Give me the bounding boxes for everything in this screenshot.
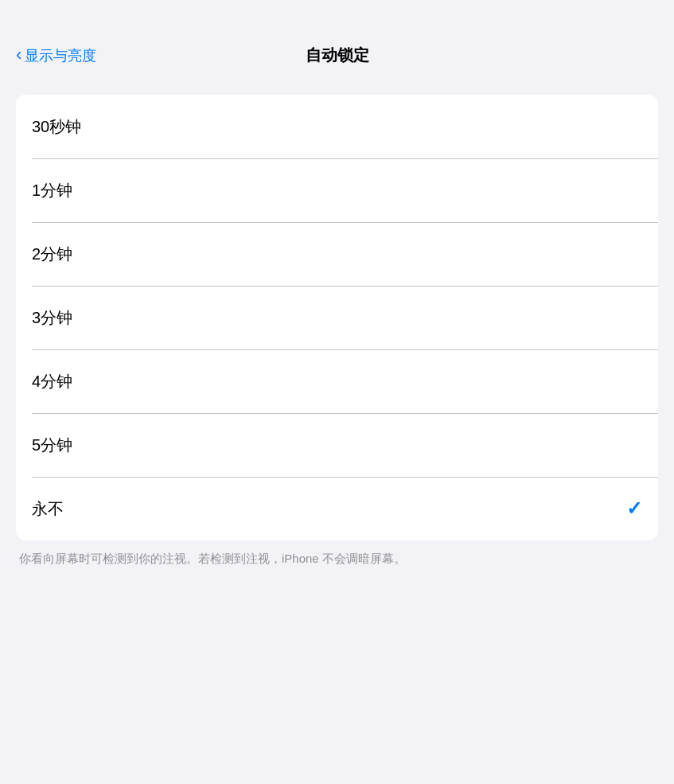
list-item-label: 3分钟: [32, 307, 72, 329]
checkmark-icon: ✓: [626, 497, 642, 520]
list-item[interactable]: 2分钟: [16, 222, 658, 286]
list-item[interactable]: 3分钟: [16, 286, 658, 349]
list-item[interactable]: 30秒钟: [16, 95, 658, 158]
list-item-label: 1分钟: [32, 180, 72, 201]
list-item-label: 4分钟: [32, 371, 72, 392]
chevron-left-icon: ‹: [16, 46, 21, 64]
footer-note: 你看向屏幕时可检测到你的注视。若检测到注视，iPhone 不会调暗屏幕。: [19, 550, 655, 568]
list-item[interactable]: 5分钟: [16, 413, 658, 477]
back-label: 显示与亮度: [25, 46, 96, 65]
header: ‹ 显示与亮度 自动锁定: [0, 0, 674, 82]
auto-lock-list: 30秒钟1分钟2分钟3分钟4分钟5分钟永不✓: [16, 95, 658, 540]
page-title: 自动锁定: [306, 45, 369, 66]
list-item[interactable]: 永不✓: [16, 477, 658, 540]
list-item[interactable]: 4分钟: [16, 349, 658, 413]
back-button[interactable]: ‹ 显示与亮度: [16, 46, 96, 65]
list-item-label: 5分钟: [32, 435, 72, 456]
list-item-label: 永不: [32, 498, 64, 520]
list-item[interactable]: 1分钟: [16, 158, 658, 222]
list-item-label: 30秒钟: [32, 116, 81, 138]
list-item-label: 2分钟: [32, 244, 72, 265]
